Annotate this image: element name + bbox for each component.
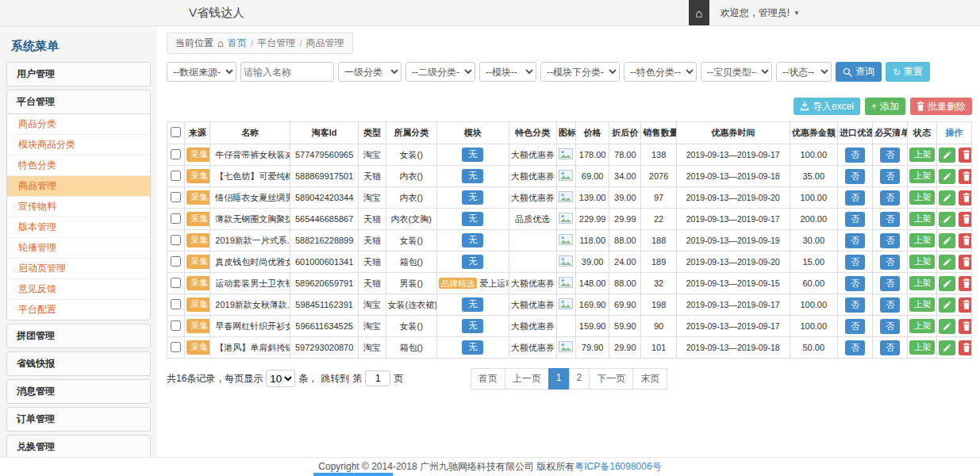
- module-sub-select[interactable]: --模块下分类--: [540, 62, 620, 82]
- sidebar-subitem-carousel-management[interactable]: 轮播管理: [7, 237, 150, 258]
- must-buy-toggle[interactable]: 否: [880, 340, 900, 355]
- data-source-select[interactable]: --数据来源--: [167, 62, 236, 82]
- edit-button[interactable]: [939, 190, 955, 205]
- import-pick-toggle[interactable]: 否: [845, 190, 865, 205]
- sidebar-subitem-promo-materials[interactable]: 宣传物料: [7, 196, 150, 217]
- delete-button[interactable]: [959, 298, 972, 313]
- import-pick-toggle[interactable]: 否: [845, 276, 865, 291]
- sidebar-item-savings-express[interactable]: 省钱快报: [6, 351, 151, 376]
- sidebar-subitem-version-management[interactable]: 版本管理: [7, 217, 150, 237]
- must-buy-toggle[interactable]: 否: [880, 190, 900, 205]
- delete-button[interactable]: [959, 276, 972, 291]
- level1-category-select[interactable]: 一级分类: [338, 62, 402, 82]
- add-button[interactable]: + 添加: [865, 98, 905, 115]
- delete-button[interactable]: [959, 319, 972, 334]
- search-button[interactable]: 查询: [836, 62, 882, 82]
- delete-button[interactable]: [959, 340, 972, 355]
- select-all-checkbox[interactable]: [171, 127, 181, 137]
- status-badge[interactable]: 上架: [909, 233, 935, 247]
- sidebar-item-message-management[interactable]: 消息管理: [6, 379, 151, 404]
- horizontal-scrollbar-thumb[interactable]: [313, 473, 393, 476]
- per-page-select[interactable]: 10: [266, 370, 295, 387]
- sidebar-subitem-product-management[interactable]: 商品管理: [7, 175, 150, 196]
- status-badge[interactable]: 上架: [909, 148, 935, 161]
- sidebar-subitem-module-product-category[interactable]: 模块商品分类: [7, 134, 150, 155]
- sidebar-subitem-splash-page-management[interactable]: 启动页管理: [7, 258, 150, 278]
- delete-button[interactable]: [959, 190, 972, 205]
- import-pick-toggle[interactable]: 否: [845, 298, 865, 313]
- import-pick-toggle[interactable]: 否: [845, 148, 865, 163]
- import-pick-toggle[interactable]: 否: [845, 212, 865, 227]
- must-buy-toggle[interactable]: 否: [880, 212, 900, 227]
- sidebar-subitem-feedback[interactable]: 意见反馈: [7, 278, 150, 299]
- pager-button-page-2[interactable]: 2: [569, 368, 590, 390]
- delete-button[interactable]: [959, 148, 972, 163]
- row-checkbox[interactable]: [171, 256, 181, 267]
- edit-button[interactable]: [939, 298, 955, 313]
- level2-category-select[interactable]: --二级分类--: [405, 62, 475, 82]
- home-button[interactable]: ⌂: [689, 0, 709, 25]
- import-pick-toggle[interactable]: 否: [845, 169, 865, 184]
- edit-button[interactable]: [939, 276, 955, 291]
- item-type-select[interactable]: --宝贝类型--: [701, 62, 772, 82]
- import-pick-toggle[interactable]: 否: [845, 340, 865, 355]
- delete-button[interactable]: [959, 169, 972, 184]
- edit-button[interactable]: [939, 319, 955, 334]
- status-select[interactable]: --状态--: [776, 62, 832, 82]
- status-badge[interactable]: 上架: [909, 340, 935, 354]
- status-badge[interactable]: 上架: [909, 298, 935, 311]
- batch-delete-button[interactable]: 批量删除: [910, 98, 972, 115]
- edit-button[interactable]: [939, 212, 955, 227]
- pager-button-page-1[interactable]: 1: [548, 368, 570, 390]
- row-checkbox[interactable]: [171, 192, 181, 202]
- jump-page-input[interactable]: [365, 370, 390, 386]
- name-input[interactable]: [240, 62, 334, 82]
- edit-button[interactable]: [939, 255, 955, 270]
- edit-button[interactable]: [939, 340, 955, 355]
- pager-button-prev-page[interactable]: 上一页: [505, 368, 549, 390]
- row-checkbox[interactable]: [171, 149, 181, 159]
- row-checkbox[interactable]: [171, 342, 181, 352]
- row-checkbox[interactable]: [171, 299, 181, 309]
- status-badge[interactable]: 上架: [909, 255, 935, 268]
- import-pick-toggle[interactable]: 否: [845, 233, 865, 248]
- sidebar-item-platform-management[interactable]: 平台管理: [6, 90, 151, 114]
- row-checkbox[interactable]: [171, 171, 181, 181]
- row-checkbox[interactable]: [171, 213, 181, 224]
- row-checkbox[interactable]: [171, 321, 181, 331]
- sidebar-item-exchange-management[interactable]: 兑换管理: [6, 435, 151, 457]
- row-checkbox[interactable]: [171, 278, 181, 288]
- status-badge[interactable]: 上架: [909, 169, 935, 182]
- delete-button[interactable]: [959, 212, 972, 227]
- must-buy-toggle[interactable]: 否: [880, 169, 900, 184]
- must-buy-toggle[interactable]: 否: [880, 233, 900, 248]
- status-badge[interactable]: 上架: [909, 190, 935, 204]
- import-pick-toggle[interactable]: 否: [845, 319, 865, 334]
- must-buy-toggle[interactable]: 否: [880, 255, 900, 270]
- must-buy-toggle[interactable]: 否: [880, 276, 900, 291]
- sidebar-item-order-management[interactable]: 订单管理: [6, 407, 151, 432]
- feature-category-select[interactable]: --特色分类--: [624, 62, 697, 82]
- import-pick-toggle[interactable]: 否: [845, 255, 865, 270]
- edit-button[interactable]: [939, 148, 955, 163]
- pager-button-next-page[interactable]: 下一页: [589, 368, 633, 390]
- icp-link[interactable]: 粤ICP备16098006号: [575, 460, 661, 474]
- status-badge[interactable]: 上架: [909, 276, 935, 290]
- edit-button[interactable]: [939, 169, 955, 184]
- user-menu[interactable]: 欢迎您，管理员! ▼: [709, 6, 800, 20]
- must-buy-toggle[interactable]: 否: [880, 298, 900, 313]
- delete-button[interactable]: [959, 255, 972, 270]
- reset-button[interactable]: ↻ 重置: [886, 62, 930, 82]
- pager-button-last-page[interactable]: 末页: [632, 368, 667, 390]
- breadcrumb-home-link[interactable]: 首页: [228, 36, 247, 50]
- status-badge[interactable]: 上架: [909, 212, 935, 225]
- sidebar-subitem-product-category[interactable]: 商品分类: [7, 114, 150, 134]
- must-buy-toggle[interactable]: 否: [880, 148, 900, 163]
- sidebar-subitem-platform-config[interactable]: 平台配置: [7, 299, 150, 320]
- pager-button-first-page[interactable]: 首页: [471, 368, 505, 390]
- import-excel-button[interactable]: 导入excel: [794, 98, 860, 115]
- status-badge[interactable]: 上架: [909, 319, 935, 332]
- must-buy-toggle[interactable]: 否: [880, 319, 900, 334]
- edit-button[interactable]: [939, 233, 955, 248]
- row-checkbox[interactable]: [171, 235, 181, 245]
